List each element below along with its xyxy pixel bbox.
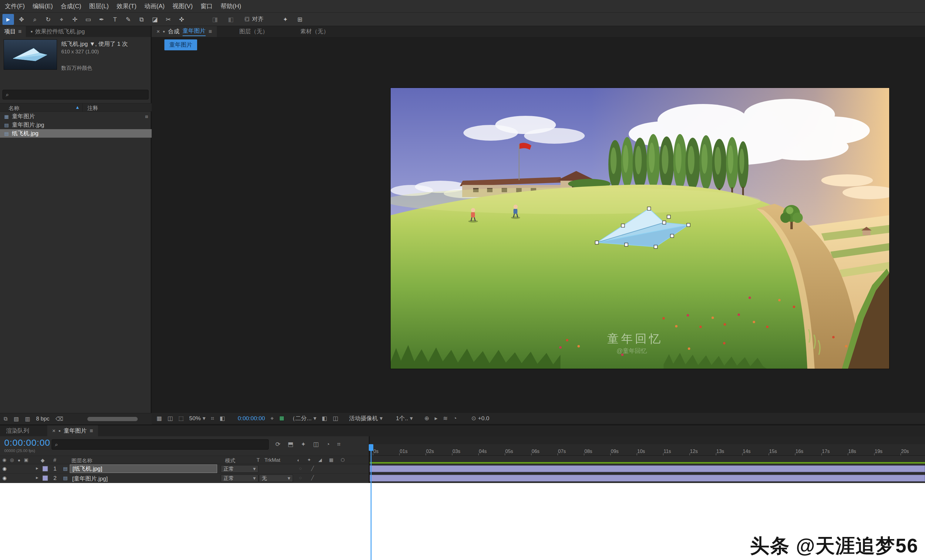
- column-comment[interactable]: 注释: [87, 105, 98, 112]
- frame-blend-icon[interactable]: ◫: [313, 441, 319, 448]
- shy-toggle-icon[interactable]: ✦: [301, 441, 306, 448]
- project-item-bg-jpg[interactable]: ▤ 童年图片.jpg: [0, 121, 152, 129]
- view-layout-dropdown[interactable]: 1个.. ▾: [396, 414, 413, 422]
- flowchart-icon[interactable]: ⧉: [4, 415, 8, 422]
- folder-icon[interactable]: ▧: [14, 415, 19, 422]
- menu-effect[interactable]: 效果(T): [116, 2, 137, 10]
- tab-project[interactable]: 项目 ≡: [0, 26, 26, 37]
- resolution-dropdown[interactable]: （二分... ▾: [290, 414, 316, 422]
- selection-tool-icon[interactable]: ►: [2, 14, 14, 25]
- viewer-time-display[interactable]: 0:00:00:00: [238, 415, 265, 422]
- camera-view-dropdown[interactable]: 活动摄像机 ▾: [349, 414, 383, 422]
- tab-timeline-comp[interactable]: × ▪ 童年图片 ≡: [47, 425, 98, 436]
- pan-behind-tool-icon[interactable]: ✛: [69, 14, 81, 25]
- brush-tool-icon[interactable]: ✎: [122, 14, 134, 25]
- shape-tool-icon[interactable]: ▭: [83, 14, 94, 25]
- eraser-tool-icon[interactable]: ◪: [149, 14, 161, 25]
- layer-name-column[interactable]: 图层名称: [72, 457, 92, 464]
- panel-menu-icon[interactable]: ≡: [90, 428, 93, 434]
- align-checkbox-icon[interactable]: ☐: [244, 16, 250, 23]
- guides-icon[interactable]: ⌗: [211, 415, 214, 422]
- snapshot-camera-icon[interactable]: ⌖: [271, 415, 274, 422]
- menu-animation[interactable]: 动画(A): [145, 2, 165, 10]
- panel-menu-icon[interactable]: ≡: [209, 28, 212, 35]
- sort-asc-icon[interactable]: ▲: [75, 105, 80, 110]
- camera-tool-icon[interactable]: ⌖: [56, 14, 67, 25]
- bit-depth-button[interactable]: 8 bpc: [36, 415, 50, 422]
- menu-edit[interactable]: 编辑(E): [33, 2, 53, 10]
- exposure-control[interactable]: ⊙ +0.0: [471, 415, 489, 422]
- draft3d-icon[interactable]: ⬒: [288, 441, 294, 448]
- work-area-bar[interactable]: [370, 462, 925, 464]
- workspace-icon[interactable]: ✦: [280, 14, 291, 25]
- roto-brush-tool-icon[interactable]: ✂: [163, 14, 174, 25]
- column-name[interactable]: 名称: [9, 105, 20, 112]
- effect-switch-icon[interactable]: ╱: [311, 466, 314, 471]
- tab-effect-controls[interactable]: ▪ 效果控件纸飞机.jpg: [26, 28, 89, 36]
- project-item-plane-jpg[interactable]: ▤ 纸飞机.jpg: [0, 129, 152, 138]
- graph-editor-icon[interactable]: ⌗: [337, 441, 340, 448]
- trash-icon[interactable]: ⌫: [56, 415, 63, 422]
- expand-arrow-icon[interactable]: ►: [35, 466, 39, 471]
- mode-column[interactable]: 模式: [225, 457, 235, 464]
- close-icon[interactable]: ×: [52, 428, 56, 434]
- tab-footage-viewer[interactable]: 素材（无）: [294, 28, 335, 36]
- menu-help[interactable]: 帮助(H): [220, 2, 241, 10]
- proxy-icon[interactable]: ▥: [25, 415, 30, 422]
- mini-flowchart-icon[interactable]: ≋: [443, 415, 448, 422]
- roi-icon[interactable]: ⬚: [178, 415, 184, 422]
- tab-render-queue[interactable]: 渲染队列: [0, 427, 35, 435]
- project-search-input[interactable]: ⌕: [2, 90, 149, 99]
- trkmat-dropdown[interactable]: 无 ▾: [259, 474, 293, 482]
- motion-blur-icon[interactable]: ◔: [326, 441, 330, 448]
- quality-switch-icon[interactable]: ◌: [299, 466, 302, 471]
- layer-name-selected[interactable]: [纸飞机.jpg]: [70, 465, 217, 473]
- layer-row-1[interactable]: ◉ ► 1 ▤ [纸飞机.jpg] 正常 ▾ ◌ ╱: [0, 464, 369, 474]
- menu-window[interactable]: 窗口: [200, 2, 212, 10]
- align-toggle[interactable]: ☐ 对齐: [244, 15, 264, 23]
- channels-icon[interactable]: ◧: [220, 415, 225, 422]
- pen-tool-icon[interactable]: ✒: [96, 14, 107, 25]
- horizontal-scrollbar[interactable]: [87, 417, 138, 421]
- target-icon[interactable]: ⊕: [424, 415, 429, 422]
- zoom-dropdown[interactable]: 50% ▾: [189, 415, 206, 422]
- layer-duration-bar[interactable]: [370, 475, 925, 482]
- hand-tool-icon[interactable]: ✥: [16, 14, 27, 25]
- eye-icon[interactable]: ◉: [2, 475, 7, 481]
- current-time-indicator-handle[interactable]: [369, 444, 373, 451]
- menu-view[interactable]: 视图(V): [173, 2, 193, 10]
- eye-icon[interactable]: ◉: [2, 466, 7, 471]
- pixel-aspect-icon[interactable]: ◫: [333, 415, 338, 422]
- layer-row-2[interactable]: ◉ ► 2 ▤ [童年图片.jpg] 正常 ▾ 无 ▾ ◌ ╱: [0, 474, 369, 483]
- label-color-chip[interactable]: [42, 476, 48, 481]
- zoom-tool-icon[interactable]: ⌕: [29, 14, 41, 25]
- time-ruler[interactable]: 0s01s02s03s04s05s06s07s08s09s10s11s12s13…: [370, 444, 925, 456]
- comp-name-chip[interactable]: 童年图片: [164, 39, 197, 50]
- panel-menu-icon[interactable]: ≡: [18, 28, 21, 35]
- tab-layer-viewer[interactable]: 图层（无）: [233, 28, 274, 36]
- grid-icon[interactable]: ▦: [157, 415, 162, 422]
- maximize-icon[interactable]: ⊞: [294, 14, 306, 25]
- type-tool-icon[interactable]: T: [109, 14, 121, 25]
- rotate-tool-icon[interactable]: ↻: [42, 14, 54, 25]
- project-item-comp[interactable]: ▦ 童年图片 ⧈: [0, 112, 152, 121]
- menu-composition[interactable]: 合成(C): [61, 2, 81, 10]
- t-column[interactable]: T: [256, 457, 260, 463]
- composition-canvas[interactable]: 童年回忆 @童年回忆: [391, 88, 889, 369]
- effect-switch-icon[interactable]: ╱: [311, 475, 314, 480]
- puppet-tool-icon[interactable]: ✜: [176, 14, 187, 25]
- current-time-indicator-line[interactable]: [371, 444, 372, 560]
- menu-file[interactable]: 文件(F): [5, 2, 25, 10]
- mask-visibility-icon[interactable]: ◫: [167, 415, 173, 422]
- blend-mode-dropdown[interactable]: 正常 ▾: [221, 474, 258, 482]
- quality-switch-icon[interactable]: ◌: [299, 475, 302, 480]
- layer-name-label[interactable]: [童年图片.jpg]: [72, 475, 108, 483]
- close-icon[interactable]: ×: [157, 28, 160, 35]
- layer-duration-bar[interactable]: [370, 465, 925, 472]
- region-icon[interactable]: ◧: [322, 415, 327, 422]
- current-time-display[interactable]: 0:00:00:00: [4, 438, 50, 448]
- trkmat-column[interactable]: TrkMat: [264, 457, 280, 463]
- menu-layer[interactable]: 图层(L): [89, 2, 108, 10]
- expand-arrow-icon[interactable]: ►: [35, 476, 39, 480]
- tab-composition[interactable]: × ▪ 合成 童年图片 ≡: [152, 26, 217, 37]
